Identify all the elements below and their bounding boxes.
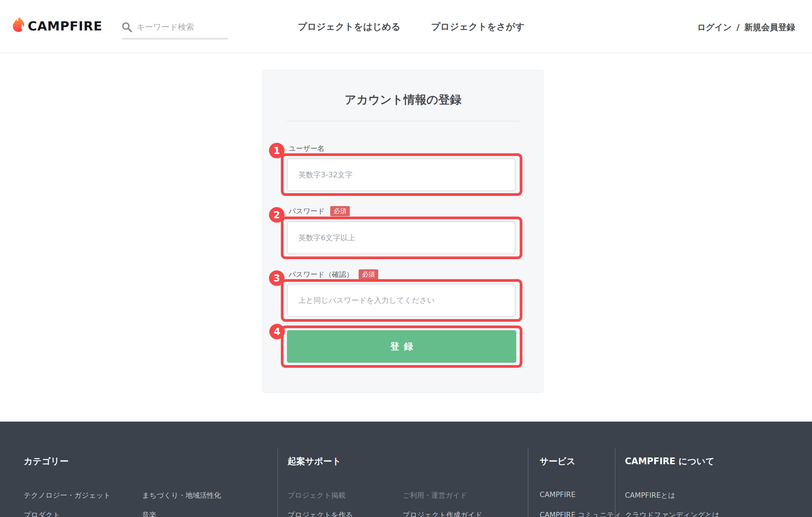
footer-link[interactable]: 音楽 — [142, 510, 156, 517]
password-confirm-label-row: パスワード（確認） 必須 — [289, 269, 378, 279]
required-badge: 必須 — [359, 269, 378, 279]
account-links: ログイン / 新規会員登録 — [697, 22, 795, 33]
footer-link[interactable]: CAMPFIREとは — [625, 491, 675, 500]
search-input[interactable] — [136, 22, 219, 32]
footer-heading-categories: カテゴリー — [24, 455, 68, 467]
login-link[interactable]: ログイン — [697, 22, 732, 33]
footer-heading-services: サービス — [540, 455, 576, 467]
annotation-number-2: 2 — [269, 207, 285, 223]
annotation-number-4: 4 — [269, 324, 285, 339]
annotation-number-1: 1 — [269, 143, 285, 158]
footer-divider — [528, 448, 528, 517]
password-confirm-label: パスワード（確認） — [289, 270, 353, 279]
footer-heading-about: CAMPFIRE について — [625, 455, 715, 467]
nav-find-project[interactable]: プロジェクトをさがす — [431, 21, 524, 33]
username-label: ユーザー名 — [289, 144, 324, 153]
username-label-row: ユーザー名 — [289, 143, 324, 154]
search-box[interactable] — [122, 16, 228, 40]
signup-link[interactable]: 新規会員登録 — [744, 22, 795, 33]
password-label-row: パスワード 必須 — [289, 206, 350, 216]
footer-link[interactable]: CAMPFIRE — [540, 491, 576, 499]
search-icon — [122, 22, 132, 32]
account-separator: / — [737, 22, 740, 32]
header: CAMPFIRE プロジェクトをはじめる プロジェクトをさがす ログイン / 新… — [0, 0, 812, 53]
annotation-box-3 — [281, 279, 522, 322]
brand-wordmark[interactable]: CAMPFIRE — [28, 19, 103, 33]
footer-divider — [615, 448, 615, 517]
footer-link[interactable]: ご利用・運営ガイド — [403, 491, 467, 500]
footer-link[interactable]: まちづくり・地域活性化 — [142, 491, 221, 500]
footer-link[interactable]: プロジェクト作成ガイド — [403, 510, 482, 517]
annotation-number-3: 3 — [269, 270, 285, 286]
title-divider — [287, 121, 519, 121]
annotation-box-2 — [281, 217, 522, 259]
annotation-box-4 — [281, 325, 522, 368]
annotation-box-1 — [281, 153, 522, 196]
footer-link[interactable]: クラウドファンディングとは — [625, 510, 719, 517]
footer-link[interactable]: プロジェクトを作る — [288, 510, 353, 517]
footer-heading-support: 起案サポート — [288, 455, 341, 467]
footer — [0, 422, 812, 517]
footer-divider — [277, 448, 278, 517]
footer-link[interactable]: テクノロジー・ガジェット — [24, 491, 111, 500]
nav-start-project[interactable]: プロジェクトをはじめる — [298, 21, 401, 33]
form-title: アカウント情報の登録 — [263, 92, 543, 108]
footer-link[interactable]: プロジェクト掲載 — [288, 491, 345, 500]
signup-page: CAMPFIRE プロジェクトをはじめる プロジェクトをさがす ログイン / 新… — [0, 0, 812, 517]
campfire-flame-icon — [12, 17, 25, 34]
password-label: パスワード — [289, 206, 325, 216]
required-badge: 必須 — [330, 206, 350, 216]
main-nav: プロジェクトをはじめる プロジェクトをさがす — [298, 21, 524, 33]
footer-link[interactable]: プロダクト — [24, 510, 60, 517]
footer-link[interactable]: CAMPFIRE コミュニティ — [540, 510, 622, 517]
